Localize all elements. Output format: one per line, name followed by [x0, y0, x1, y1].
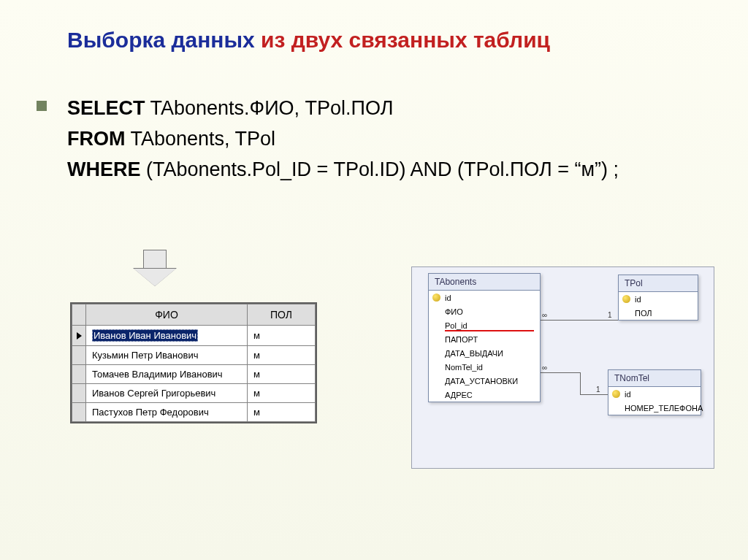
- schema-field: NomTel_id: [429, 360, 540, 374]
- schema-table-tpol: TPol id ПОЛ: [618, 275, 698, 321]
- schema-table-title: TAbonents: [429, 274, 540, 291]
- schema-table-title: TPol: [619, 275, 698, 292]
- schema-field: НОМЕР_ТЕЛЕФОНА: [608, 401, 701, 415]
- schema-field: ПАПОРТ: [429, 332, 540, 346]
- relation-cardinality-inf: ∞: [542, 364, 547, 372]
- relation-line: [580, 372, 581, 394]
- cell-pol: м: [248, 403, 316, 422]
- sql-block: SELECT TAbonents.ФИО, TPol.ПОЛ FROM TAbo…: [67, 93, 704, 185]
- cell-fio: Иванов Сергей Григорьевич: [86, 384, 248, 403]
- sql-line-where: WHERE (TAbonents.Pol_ID = TPol.ID) AND (…: [67, 155, 704, 185]
- table-row: Томачев Владимир Иванович м: [72, 365, 316, 384]
- bullet-icon: [37, 101, 47, 111]
- cell-pol: м: [248, 346, 316, 365]
- cell-fio: Пастухов Петр Федорович: [86, 403, 248, 422]
- col-header-pol: ПОЛ: [248, 304, 316, 326]
- cell-fio: Томачев Владимир Иванович: [86, 365, 248, 384]
- relation-line: [539, 372, 580, 373]
- current-row-indicator-icon: [72, 326, 86, 346]
- schema-field: ФИО: [429, 304, 540, 318]
- schema-field: id: [429, 291, 540, 304]
- sql-line-from: FROM TAbonents, TPol: [67, 124, 704, 155]
- arrow-down-icon: [134, 250, 176, 288]
- cell-pol: м: [248, 326, 316, 346]
- relation-line: [580, 394, 608, 395]
- relation-cardinality-inf: ∞: [542, 311, 547, 319]
- cell-fio: Иванов Иван Иванович: [86, 326, 248, 346]
- cell-pol: м: [248, 365, 316, 384]
- schema-field: id: [608, 387, 701, 401]
- relation-cardinality-one: 1: [596, 386, 600, 394]
- schema-table-tabonents: TAbonents id ФИО Pol_id ПАПОРТ ДАТА_ВЫДА…: [428, 273, 541, 402]
- title-part2: из двух связанных таблиц: [255, 28, 550, 52]
- slide: Выборка данных из двух связанных таблиц …: [0, 0, 748, 560]
- schema-field: АДРЕС: [429, 388, 540, 402]
- schema-field: ПОЛ: [619, 306, 698, 320]
- sql-line-select: SELECT TAbonents.ФИО, TPol.ПОЛ: [67, 93, 704, 124]
- table-row: Иванов Иван Иванович м: [72, 326, 316, 346]
- schema-table-tnomtel: TNomTel id НОМЕР_ТЕЛЕФОНА: [608, 369, 701, 415]
- relation-cardinality-one: 1: [608, 311, 612, 319]
- schema-field: ДАТА_УСТАНОВКИ: [429, 374, 540, 388]
- slide-title: Выборка данных из двух связанных таблиц: [67, 28, 704, 53]
- row-indicator-header: [72, 304, 86, 326]
- cell-fio: Кузьмин Петр Иванович: [86, 346, 248, 365]
- schema-field: id: [619, 292, 698, 306]
- schema-diagram: ∞ 1 ∞ 1 TAbonents id ФИО Pol_id ПАПОРТ Д…: [411, 266, 714, 469]
- col-header-fio: ФИО: [86, 304, 248, 326]
- result-table: ФИО ПОЛ Иванов Иван Иванович м Кузьмин П…: [70, 302, 317, 423]
- table-row: Пастухов Петр Федорович м: [72, 403, 316, 422]
- cell-pol: м: [248, 384, 316, 403]
- relation-line: [539, 320, 618, 321]
- table-row: Иванов Сергей Григорьевич м: [72, 384, 316, 403]
- table-header-row: ФИО ПОЛ: [72, 304, 316, 326]
- schema-table-title: TNomTel: [608, 370, 701, 387]
- table-row: Кузьмин Петр Иванович м: [72, 346, 316, 365]
- title-part1: Выборка данных: [67, 28, 255, 52]
- schema-field: Pol_id: [429, 318, 540, 332]
- schema-field: ДАТА_ВЫДАЧИ: [429, 346, 540, 360]
